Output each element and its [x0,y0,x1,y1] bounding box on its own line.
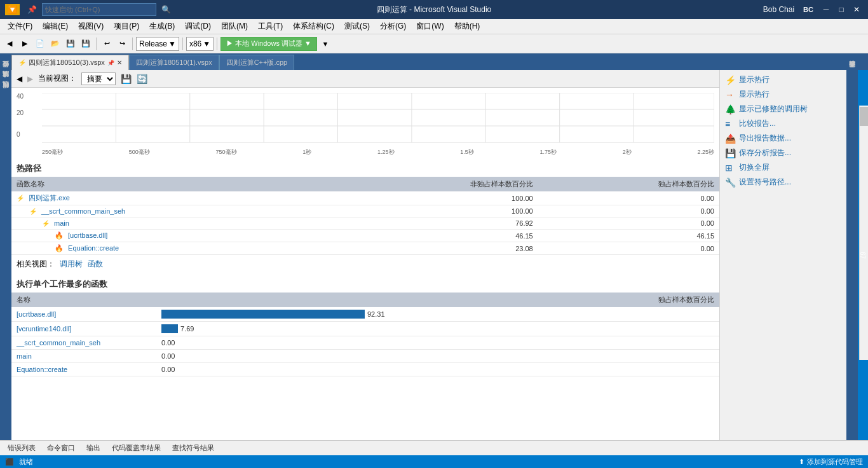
related-label: 相关视图： [17,259,55,270]
run-button[interactable]: ▶ 本地 Windows 调试器 ▼ [220,37,317,51]
window-title: 四则运算 - Microsoft Visual Studio [377,4,492,15]
right-panel-item-3[interactable]: 🌲 显示已修整的调用树 [720,102,846,116]
undo-button[interactable]: ↩ [100,37,114,51]
menu-file[interactable]: 文件(F) [3,20,37,33]
menu-analyze[interactable]: 分析(G) [375,20,411,33]
hot-link-2[interactable]: __scrt_common_main_seh [41,207,125,215]
menu-build[interactable]: 生成(B) [144,20,180,33]
func-link-5[interactable]: Equation::create [17,366,156,373]
user-name: Bob Chai [763,5,794,14]
save-report-icon: 💾 [725,148,735,158]
right-panel-item-6[interactable]: 💾 保存分析报告... [720,146,846,160]
hot-row-4: 🔥 [ucrtbase.dll] 46.15 46.15 [11,230,719,242]
hot-row-5: 🔥 Equation::create 23.08 0.00 [11,242,719,255]
bottom-tab-symbol[interactable]: 查找符号结果 [167,442,219,454]
hot-cell-name-5: 🔥 Equation::create [11,242,337,255]
bottom-tab-errors[interactable]: 错误列表 [3,442,41,454]
new-button[interactable]: 📄 [33,37,47,51]
export-icon: 📤 [725,134,735,144]
right-panel-item-8[interactable]: 🔧 设置符号路径... [720,175,846,189]
left-sidebar-text-2: 成就感满满喵 [0,80,11,85]
tab-file-2[interactable]: 四则运算180510(1).vspx [129,55,219,70]
menu-view[interactable]: 视图(V) [73,20,109,33]
func-val-1: 92.31 [367,310,385,318]
save-all-button[interactable]: 💾 [79,37,93,51]
save-view-icon[interactable]: 💾 [121,74,132,84]
tab-file-3[interactable]: 四则运算C++版.cpp [219,55,295,70]
func-empty-3 [614,336,719,350]
hot-cell-ne-4: 46.15 [337,230,538,242]
top-functions-table: 名称 独占样本数百分比 [ucrtbase.dll] 92.31 [11,292,719,376]
menu-test[interactable]: 测试(S) [339,20,375,33]
open-button[interactable]: 📂 [48,37,62,51]
func-bar-1 [161,310,365,319]
menu-arch[interactable]: 体系结构(C) [288,20,339,33]
quick-launch-input[interactable] [42,3,156,16]
tab-close-1[interactable]: ✕ [117,59,122,66]
tab-pin-1[interactable]: 📌 [107,60,114,66]
hot-cell-name-3: ⚡ main [11,217,337,230]
hot-link-5[interactable]: Equation::create [68,244,119,252]
row2-icon: ⚡ [29,208,37,215]
refresh-icon[interactable]: 🔄 [137,74,147,84]
nav-forward-icon[interactable]: ▶ [27,74,33,83]
func-cell-3: __scrt_common_main_seh 0.00 [11,336,614,349]
toolbar-sep-3 [182,38,183,50]
maximize-button[interactable]: □ [835,3,848,16]
title-bar-right: Bob Chai BC ─ □ ✕ [763,3,863,16]
func-link-2[interactable]: [vcruntime140.dll] [17,325,156,333]
func-link-3[interactable]: __scrt_common_main_seh [17,339,156,347]
right-panel-item-2[interactable]: → 显示热行 [720,87,846,102]
toolbar-sep-2 [132,38,133,50]
func-link-4[interactable]: main [17,352,156,360]
menu-edit[interactable]: 编辑(E) [37,20,73,33]
x-label-225s: 2.25秒 [697,148,714,156]
menu-debug[interactable]: 调试(D) [180,20,216,33]
func-row-4: main 0.00 [11,350,719,363]
tab-file-1[interactable]: ⚡ 四则运算180510(3).vspx 📌 ✕ [11,55,129,70]
menu-tools[interactable]: 工具(T) [253,20,288,33]
right-panel-item-7[interactable]: ⊞ 切换全屏 [720,160,846,175]
tab-icon-1: ⚡ [18,59,26,66]
menu-window[interactable]: 窗口(W) [411,20,449,33]
minimize-button[interactable]: ─ [820,3,832,16]
show-hot2-icon: → [725,90,735,100]
toolbar-sep-4 [217,38,217,50]
y-label-20: 20 [17,109,24,116]
platform-dropdown[interactable]: x86 ▼ [186,37,214,51]
func-cell-1: [ucrtbase.dll] 92.31 [11,307,614,321]
menu-help[interactable]: 帮助(H) [449,20,485,33]
toolbar-sep-1 [96,38,97,50]
func-link-1[interactable]: [ucrtbase.dll] [17,310,156,318]
hot-cell-e-5: 0.00 [538,242,719,255]
forward-button[interactable]: ▶ [18,37,32,51]
redo-button[interactable]: ↪ [115,37,129,51]
related-call-tree[interactable]: 调用树 [60,259,83,270]
menu-team[interactable]: 团队(M) [216,20,253,33]
hot-cell-e-1: 0.00 [538,191,719,205]
user-badge[interactable]: BC [799,4,817,15]
config-arrow: ▼ [168,39,176,48]
view-dropdown[interactable]: 摘要 [81,72,116,85]
toolbar-extra[interactable]: ▼ [318,37,332,51]
bottom-tab-coverage[interactable]: 代码覆盖率结果 [107,442,166,454]
back-button[interactable]: ◀ [3,37,17,51]
right-panel-item-1[interactable]: ⚡ 显示热行 [720,72,846,87]
show-hot-icon: ⚡ [725,75,735,85]
nav-back-icon[interactable]: ◀ [17,74,22,83]
menu-project[interactable]: 项目(P) [109,20,144,33]
related-functions[interactable]: 函数 [88,259,103,270]
bottom-tab-output[interactable]: 输出 [81,442,105,454]
bottom-tab-cmd[interactable]: 命令窗口 [42,442,80,454]
close-button[interactable]: ✕ [850,3,863,16]
right-panel-item-5[interactable]: 📤 导出报告数据... [720,131,846,146]
x-label-500: 500毫秒 [129,148,150,156]
right-panel-item-4[interactable]: ≡ 比较报告... [720,116,846,131]
hot-link-3[interactable]: main [54,219,69,227]
source-control-icon: ⬆ [799,458,804,466]
hot-cell-name-1: ⚡ 四则运算.exe [11,191,337,205]
hot-link-1[interactable]: 四则运算.exe [29,194,70,202]
config-dropdown[interactable]: Release ▼ [136,37,179,51]
save-button[interactable]: 💾 [64,37,78,51]
hot-link-4[interactable]: [ucrtbase.dll] [68,231,107,239]
